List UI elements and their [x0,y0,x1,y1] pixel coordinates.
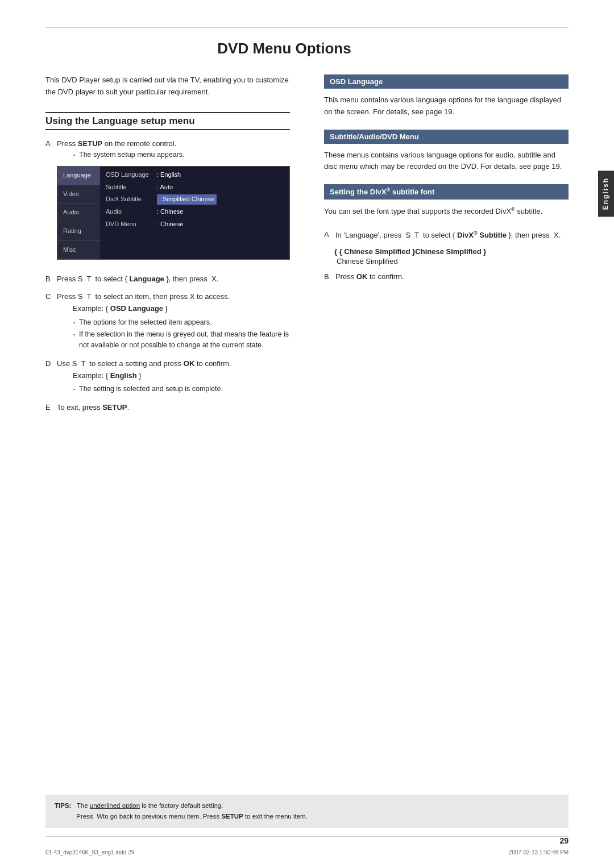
menu-sidebar-language: Language [57,167,100,185]
step-d-example: Example: { English } [57,370,290,382]
subtitle-audio-dvd-header: Subtitle/Audio/DVD Menu [324,130,569,144]
bottom-border-line [45,836,569,837]
subtitle-audio-dvd-text: These menus contains various language op… [324,149,569,173]
page-title: DVD Menu Options [0,34,614,57]
step-c: C Press S T to select an item, then pres… [45,291,290,352]
menu-sidebar-rating: Rating [57,222,100,241]
menu-row-osd: OSD Language : English [106,170,284,180]
page-number: 29 [559,836,569,845]
step-e-content: To exit, press SETUP. [57,402,290,414]
right-step-a: A In 'Language', press S T to select { D… [324,229,569,242]
step-b-content: Press S T to select { Language }, then p… [57,273,290,285]
footer-info: 01-43_dvp3146K_93_eng1.indd 29 2007-02-1… [45,849,569,855]
left-column: This DVD Player setup is carried out via… [45,74,301,420]
step-b-letter: B [45,273,53,285]
step-c-example: Example: { OSD Language } [57,303,290,315]
step-d-sub1: · The setting is selected and setup is c… [57,384,290,394]
step-c-letter: C [45,291,53,352]
section-heading: Using the Language setup menu [45,112,290,130]
tips-label: TIPS: [55,802,71,809]
english-tab: English [598,171,614,217]
right-step-a-content: In 'Language', press S T to select { Div… [335,229,569,242]
divx-subtitle-header: Setting the DivX® subtitle font [324,184,569,199]
right-step-b-letter: B [324,271,332,283]
tips-bar: TIPS: The underlined option is the facto… [45,795,569,828]
step-a-content: Press SETUP on the remote control. · The… [57,138,290,268]
chinese-simplified-header: { { Chinese Simplified }Chinese Simplifi… [334,247,569,256]
menu-row-dvdmenu: DVD Menu : Chinese [106,219,284,230]
step-e: E To exit, press SETUP. [45,402,290,414]
page-container: English DVD Menu Options This DVD Player… [0,0,614,868]
right-step-b-content: Press OK to confirm. [335,271,569,283]
tips-line-2: Press Wto go back to previous menu item.… [76,813,308,820]
right-step-b: B Press OK to confirm. [324,271,569,283]
step-a-letter: A [45,138,53,268]
chinese-simplified-value: Chinese Simplified [334,257,569,265]
menu-screenshot: Language Video Audio Rating Misc OSD Lan… [57,166,290,260]
tips-line-1: The underlined option is the factory def… [77,802,223,809]
menu-row-subtitle: Subtitle : Auto [106,182,284,193]
step-a-sub1: · The system setup menu appears. [57,149,290,160]
top-border-line [45,27,569,28]
right-column: OSD Language This menu contains various … [324,74,569,420]
divx-subtitle-intro: You can set the font type that supports … [324,205,569,218]
menu-sidebar-misc: Misc [57,241,100,260]
step-d: D Use S T to select a setting and press … [45,358,290,396]
osd-language-header: OSD Language [324,74,569,89]
content-area: This DVD Player setup is carried out via… [0,74,614,420]
footer-right: 2007-02-13 1:50:48 PM [509,849,569,855]
step-c-content: Press S T to select an item, then press … [57,291,290,352]
step-a: A Press SETUP on the remote control. · T… [45,138,290,268]
menu-row-audio: Audio : Chinese [106,207,284,217]
step-c-sub1: · The options for the selected item appe… [57,317,290,328]
intro-text: This DVD Player setup is carried out via… [45,74,290,98]
menu-main: OSD Language : English Subtitle : Auto D… [100,167,289,259]
osd-language-text: This menu contains various language opti… [324,94,569,118]
menu-sidebar-audio: Audio [57,203,100,222]
footer-left: 01-43_dvp3146K_93_eng1.indd 29 [45,849,134,855]
menu-row-divx: DivX Subtitle : Simplified Chinese [106,194,284,205]
right-step-a-letter: A [324,229,332,242]
chinese-simplified-section: { { Chinese Simplified }Chinese Simplifi… [324,247,569,265]
step-d-content: Use S T to select a setting and press OK… [57,358,290,396]
step-c-sub2: · If the selection in the menu is greyed… [57,329,290,351]
step-b: B Press S T to select { Language }, then… [45,273,290,285]
menu-sidebar: Language Video Audio Rating Misc [57,167,100,259]
menu-sidebar-video: Video [57,185,100,204]
step-e-letter: E [45,402,53,414]
step-d-letter: D [45,358,53,396]
